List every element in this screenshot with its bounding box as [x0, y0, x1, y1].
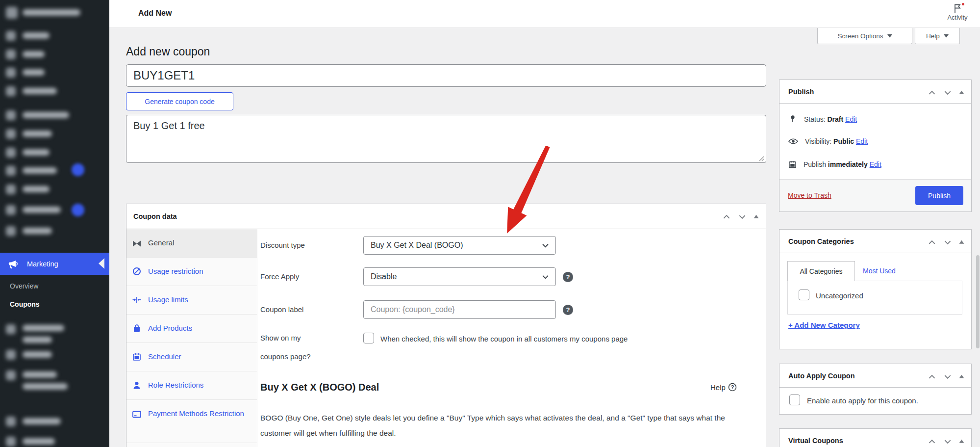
virtual-coupons-title: Virtual Coupons	[788, 437, 843, 445]
coupon-categories-header[interactable]: Coupon Categories	[779, 230, 971, 253]
coupon-data-header[interactable]: Coupon data	[126, 204, 766, 229]
tab-usage-limits[interactable]: Usage limits	[126, 286, 257, 315]
topbar-title: Add New	[138, 9, 172, 18]
collapse-panel-button[interactable]	[959, 439, 964, 444]
move-panel-up-button[interactable]	[928, 238, 936, 247]
collapse-panel-button[interactable]	[959, 374, 964, 379]
blurred-menu-item[interactable]	[23, 371, 57, 378]
blurred-menu-item[interactable]	[23, 112, 69, 118]
publish-button[interactable]: Publish	[915, 186, 963, 205]
show-on-coupons-label-line1: Show on my	[260, 334, 301, 342]
tab-payment-methods-restriction[interactable]: Payment Methods Restriction	[126, 400, 257, 443]
blurred-menu-item[interactable]	[23, 228, 52, 234]
tab-all-categories[interactable]: All Categories	[787, 261, 855, 281]
move-panel-up-button[interactable]	[928, 372, 936, 381]
coupon-label-input[interactable]	[363, 300, 556, 319]
edit-schedule-link[interactable]: Edit	[870, 160, 881, 168]
move-panel-down-button[interactable]	[738, 212, 747, 221]
edit-status-link[interactable]: Edit	[845, 115, 857, 123]
blurred-menu-item[interactable]	[23, 438, 55, 445]
blurred-menu-item[interactable]	[23, 351, 52, 358]
question-circle-icon: ?	[728, 383, 737, 392]
blurred-menu-item[interactable]	[23, 207, 61, 213]
bogo-help-link[interactable]: Help ?	[710, 383, 737, 392]
tab-scheduler[interactable]: Scheduler	[126, 343, 257, 371]
tab-usage-restriction[interactable]: Usage restriction	[126, 258, 257, 286]
coupon-description-textarea[interactable]: Buy 1 Get 1 free	[126, 115, 766, 163]
tab-most-used[interactable]: Most Used	[863, 267, 896, 275]
category-item-label: Uncategorized	[816, 291, 863, 300]
coupon-code-input[interactable]	[126, 64, 766, 87]
visibility-row: Visibility: Public Edit	[788, 137, 868, 145]
flag-icon	[953, 3, 962, 14]
help-icon[interactable]: ?	[563, 305, 573, 315]
calendar-icon	[788, 160, 797, 169]
force-apply-label: Force Apply	[260, 272, 299, 281]
help-icon[interactable]: ?	[563, 272, 573, 282]
blurred-menu-item[interactable]	[23, 325, 64, 331]
move-panel-down-button[interactable]	[943, 238, 952, 247]
force-apply-value: Disable	[371, 272, 397, 281]
move-panel-down-button[interactable]	[943, 437, 952, 446]
tab-label: Role Restrictions	[148, 381, 203, 389]
auto-apply-header[interactable]: Auto Apply Coupon	[779, 364, 971, 388]
move-panel-down-button[interactable]	[943, 88, 952, 97]
publish-panel: Publish Status: Draft Edit Visibility: P…	[779, 79, 972, 212]
discount-type-label: Discount type	[260, 241, 305, 249]
tab-add-products[interactable]: Add Products	[126, 315, 257, 343]
uncategorized-checkbox[interactable]	[799, 289, 809, 300]
ticket-icon	[132, 240, 141, 250]
collapse-panel-button[interactable]	[959, 90, 964, 95]
show-on-coupons-label-line2: coupons page?	[260, 352, 311, 361]
edit-visibility-link[interactable]: Edit	[856, 137, 868, 145]
enable-auto-apply-checkbox[interactable]	[789, 394, 800, 405]
activity-alert-dot	[962, 3, 964, 5]
blurred-menu-item[interactable]	[23, 149, 50, 156]
textarea-resize-handle[interactable]	[759, 156, 764, 161]
blurred-menu-item[interactable]	[23, 186, 50, 192]
coupon-categories-title: Coupon Categories	[788, 237, 854, 245]
virtual-coupons-header[interactable]: Virtual Coupons	[779, 429, 971, 447]
blurred-menu-item[interactable]	[23, 32, 50, 39]
publish-panel-header[interactable]: Publish	[779, 80, 971, 104]
show-on-coupons-checkbox[interactable]	[363, 333, 374, 343]
move-panel-up-button[interactable]	[928, 437, 936, 446]
sidebar-item-marketing[interactable]: Marketing	[0, 253, 109, 275]
publish-when-label: Publish	[804, 160, 826, 168]
blurred-menu-item[interactable]	[23, 383, 68, 390]
move-panel-up-button[interactable]	[722, 212, 731, 221]
blurred-menu-item[interactable]	[23, 51, 45, 57]
publish-panel-title: Publish	[788, 88, 814, 96]
blurred-menu-item[interactable]	[23, 167, 57, 174]
blurred-menu-icon	[6, 437, 16, 447]
blurred-menu-icon	[6, 166, 16, 176]
screen-options-button[interactable]: Screen Options	[817, 28, 912, 44]
add-new-category-link[interactable]: + Add New Category	[788, 321, 860, 329]
activity-button[interactable]: Activity	[940, 3, 975, 21]
blurred-menu-item[interactable]	[23, 88, 57, 94]
move-panel-down-button[interactable]	[943, 372, 952, 381]
blurred-menu-item[interactable]	[23, 131, 52, 137]
blurred-menu-item[interactable]	[23, 418, 61, 424]
sidebar-item-coupons[interactable]: Coupons	[0, 296, 109, 313]
tab-role-restrictions[interactable]: Role Restrictions	[126, 371, 257, 400]
help-button[interactable]: Help	[915, 28, 960, 44]
tab-label: Add Products	[148, 324, 192, 332]
coupon-label-label: Coupon label	[260, 305, 303, 314]
collapse-panel-button[interactable]	[754, 214, 759, 219]
generate-coupon-code-button[interactable]: Generate coupon code	[126, 92, 233, 110]
tab-general[interactable]: General	[126, 229, 257, 258]
collapse-panel-button[interactable]	[959, 239, 964, 245]
tab-label: Most Used	[863, 267, 896, 275]
move-panel-up-button[interactable]	[928, 88, 936, 97]
blurred-menu-item[interactable]	[23, 337, 52, 343]
blurred-menu-item[interactable]	[23, 9, 80, 16]
blurred-menu-icon[interactable]	[6, 7, 18, 19]
sidebar-item-overview[interactable]: Overview	[0, 278, 109, 294]
blurred-menu-item[interactable]	[23, 69, 45, 76]
chevron-down-icon	[542, 275, 549, 279]
tab-label: Payment Methods Restriction	[148, 409, 244, 418]
force-apply-select[interactable]: Disable	[363, 267, 556, 286]
move-to-trash-link[interactable]: Move to Trash	[788, 191, 831, 199]
scrollbar[interactable]	[976, 255, 980, 348]
